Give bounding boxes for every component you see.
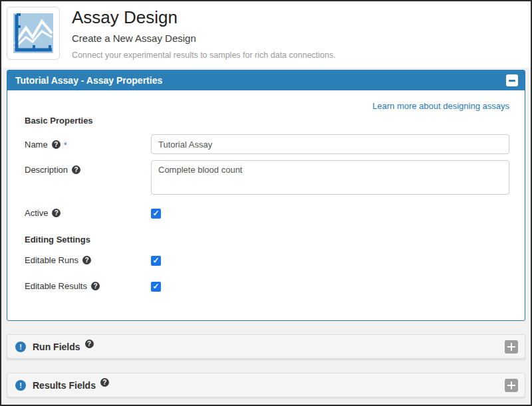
editable-runs-checkbox[interactable] <box>151 256 161 266</box>
page-title: Assay Design <box>72 8 336 27</box>
editable-results-checkbox[interactable] <box>151 282 161 292</box>
info-icon <box>15 380 26 391</box>
active-label: Active <box>25 208 151 218</box>
name-label: Name * <box>25 134 151 150</box>
results-fields-title: Results Fields <box>33 380 96 391</box>
editable-runs-label: Editable Runs <box>25 255 151 265</box>
editable-runs-row: Editable Runs <box>25 255 509 268</box>
active-checkbox[interactable] <box>151 209 161 219</box>
results-fields-expand-plus-icon[interactable] <box>505 379 518 392</box>
name-field-row: Name * <box>25 134 509 154</box>
description-field-row: Description Complete blood count <box>25 160 509 197</box>
editing-settings-heading: Editing Settings <box>25 235 509 245</box>
editable-results-label: Editable Results <box>25 281 151 291</box>
editable-results-row: Editable Results <box>25 281 509 294</box>
info-icon <box>15 342 26 352</box>
assay-properties-panel: Tutorial Assay - Assay Properties Learn … <box>7 70 525 321</box>
line-chart-icon <box>12 12 55 54</box>
active-help-icon[interactable] <box>52 209 61 217</box>
editable-runs-help-icon[interactable] <box>82 256 91 264</box>
page-subtitle: Create a New Assay Design <box>72 33 336 44</box>
page-description: Connect your experimental results to sam… <box>72 51 336 60</box>
assay-properties-panel-header[interactable]: Tutorial Assay - Assay Properties <box>7 70 525 90</box>
assay-properties-panel-title: Tutorial Assay - Assay Properties <box>15 75 162 86</box>
results-fields-help-icon[interactable] <box>100 378 109 387</box>
name-help-icon[interactable] <box>52 140 61 149</box>
description-label: Description <box>25 160 151 175</box>
assay-properties-panel-body: Learn more about designing assays Basic … <box>7 90 525 320</box>
app-header: Assay Design Create a New Assay Design C… <box>1 1 531 68</box>
run-fields-title: Run Fields <box>33 342 80 352</box>
assay-icon-card <box>7 7 60 60</box>
editable-results-help-icon[interactable] <box>91 282 100 290</box>
learn-more-link[interactable]: Learn more about designing assays <box>372 101 509 111</box>
active-field-row: Active <box>25 208 509 221</box>
description-help-icon[interactable] <box>72 165 80 174</box>
run-fields-expand-plus-icon[interactable] <box>505 340 518 354</box>
collapse-minus-icon[interactable] <box>506 74 518 86</box>
run-fields-panel[interactable]: Run Fields <box>7 334 525 359</box>
description-textarea[interactable]: Complete blood count <box>151 160 509 195</box>
name-input[interactable] <box>151 134 509 154</box>
run-fields-help-icon[interactable] <box>85 340 94 348</box>
basic-properties-heading: Basic Properties <box>25 116 509 126</box>
required-marker: * <box>64 139 67 150</box>
results-fields-panel[interactable]: Results Fields <box>7 373 525 397</box>
